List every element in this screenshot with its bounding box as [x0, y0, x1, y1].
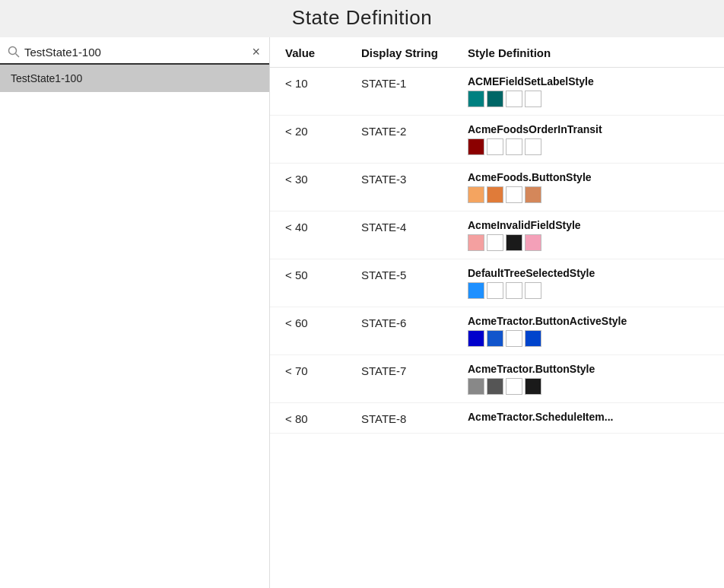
style-def-block: AcmeTractor.ButtonActiveStyle — [468, 315, 709, 347]
style-def-block: ACMEFieldSetLabelStyle — [468, 75, 709, 107]
table-body: < 10STATE-1ACMEFieldSetLabelStyle< 20STA… — [270, 68, 724, 434]
header-display: Display String — [361, 46, 468, 59]
swatch-3 — [525, 282, 541, 299]
svg-line-1 — [16, 54, 20, 58]
cell-display: STATE-8 — [361, 411, 468, 425]
cell-value: < 20 — [285, 123, 361, 138]
table-row[interactable]: < 50STATE-5DefaultTreeSelectedStyle — [270, 259, 724, 307]
right-panel: Value Display String Style Definition < … — [270, 37, 724, 588]
color-swatches — [468, 138, 709, 155]
table-row[interactable]: < 70STATE-7AcmeTractor.ButtonStyle — [270, 355, 724, 403]
cell-display: STATE-1 — [361, 75, 468, 90]
swatch-2 — [506, 282, 522, 299]
style-def-name: AcmeInvalidFieldStyle — [468, 219, 709, 231]
color-swatches — [468, 91, 709, 107]
cell-value: < 10 — [285, 75, 361, 90]
left-panel: × TestState1-100 — [0, 37, 270, 588]
swatch-1 — [487, 138, 503, 155]
style-def-name: AcmeTractor.ScheduleItem... — [468, 411, 709, 423]
table-row[interactable]: < 40STATE-4AcmeInvalidFieldStyle — [270, 211, 724, 259]
color-swatches — [468, 186, 709, 203]
cell-display: STATE-5 — [361, 267, 468, 281]
swatch-2 — [506, 186, 522, 203]
swatch-0 — [468, 234, 484, 251]
table-row[interactable]: < 20STATE-2AcmeFoodsOrderInTransit — [270, 116, 724, 164]
swatch-3 — [525, 186, 541, 203]
color-swatches — [468, 234, 709, 251]
cell-value: < 40 — [285, 219, 361, 234]
style-def-name: AcmeFoods.ButtonStyle — [468, 171, 709, 183]
style-def-block: AcmeFoodsOrderInTransit — [468, 123, 709, 155]
swatch-2 — [506, 330, 522, 347]
swatch-2 — [506, 378, 522, 395]
cell-display: STATE-7 — [361, 363, 468, 377]
table-row[interactable]: < 80STATE-8AcmeTractor.ScheduleItem... — [270, 403, 724, 434]
swatch-1 — [487, 330, 503, 347]
swatch-2 — [506, 234, 522, 251]
style-def-block: AcmeTractor.ButtonStyle — [468, 363, 709, 395]
search-bar: × — [0, 37, 269, 65]
cell-value: < 80 — [285, 411, 361, 425]
style-def-name: AcmeTractor.ButtonStyle — [468, 363, 709, 375]
header-style: Style Definition — [468, 46, 709, 59]
style-def-name: DefaultTreeSelectedStyle — [468, 267, 709, 279]
cell-value: < 30 — [285, 171, 361, 186]
swatch-3 — [525, 234, 541, 251]
clear-search-button[interactable]: × — [250, 45, 262, 59]
swatch-0 — [468, 378, 484, 395]
swatch-2 — [506, 91, 522, 107]
table-row[interactable]: < 10STATE-1ACMEFieldSetLabelStyle — [270, 68, 724, 116]
swatch-0 — [468, 282, 484, 299]
cell-display: STATE-4 — [361, 219, 468, 234]
search-input[interactable] — [24, 46, 250, 59]
page-title: State Definition — [0, 0, 724, 37]
cell-display: STATE-6 — [361, 315, 468, 329]
cell-value: < 70 — [285, 363, 361, 377]
swatch-0 — [468, 186, 484, 203]
search-icon — [8, 46, 20, 58]
swatch-1 — [487, 282, 503, 299]
style-def-name: ACMEFieldSetLabelStyle — [468, 75, 709, 87]
swatch-1 — [487, 234, 503, 251]
swatch-0 — [468, 138, 484, 155]
color-swatches — [468, 330, 709, 347]
swatch-3 — [525, 91, 541, 107]
style-def-block: DefaultTreeSelectedStyle — [468, 267, 709, 299]
table-row[interactable]: < 60STATE-6AcmeTractor.ButtonActiveStyle — [270, 307, 724, 355]
swatch-2 — [506, 138, 522, 155]
swatch-1 — [487, 186, 503, 203]
style-def-name: AcmeTractor.ButtonActiveStyle — [468, 315, 709, 327]
swatch-0 — [468, 330, 484, 347]
color-swatches — [468, 378, 709, 395]
swatch-3 — [525, 138, 541, 155]
swatch-1 — [487, 91, 503, 107]
swatch-3 — [525, 330, 541, 347]
svg-point-0 — [9, 47, 17, 55]
style-def-block: AcmeFoods.ButtonStyle — [468, 171, 709, 203]
cell-display: STATE-2 — [361, 123, 468, 138]
swatch-0 — [468, 91, 484, 107]
cell-value: < 50 — [285, 267, 361, 281]
list-item[interactable]: TestState1-100 — [0, 65, 269, 92]
table-row[interactable]: < 30STATE-3AcmeFoods.ButtonStyle — [270, 164, 724, 211]
style-def-block: AcmeInvalidFieldStyle — [468, 219, 709, 251]
cell-display: STATE-3 — [361, 171, 468, 186]
swatch-1 — [487, 378, 503, 395]
header-value: Value — [285, 46, 361, 59]
main-container: × TestState1-100 Value Display String St… — [0, 37, 724, 588]
table-header: Value Display String Style Definition — [270, 37, 724, 68]
state-list: TestState1-100 — [0, 65, 269, 588]
style-def-name: AcmeFoodsOrderInTransit — [468, 123, 709, 135]
cell-value: < 60 — [285, 315, 361, 329]
swatch-3 — [525, 378, 541, 395]
style-def-block: AcmeTractor.ScheduleItem... — [468, 411, 709, 423]
color-swatches — [468, 282, 709, 299]
